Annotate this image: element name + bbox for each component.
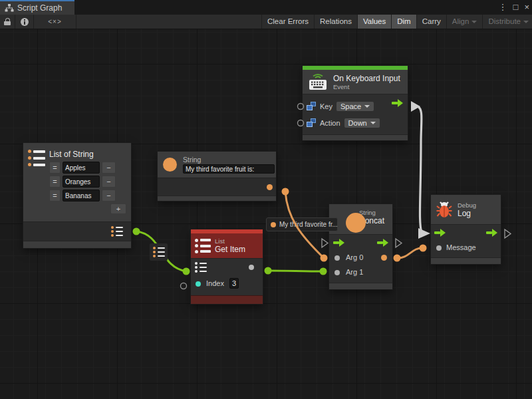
node-get-item[interactable]: List Get Item Index 3: [191, 229, 263, 304]
lock-button[interactable]: [0, 15, 15, 29]
title-bar: Script Graph ⋮ □ ×: [0, 0, 532, 15]
lock-icon: [4, 18, 11, 25]
node-footer: [23, 241, 131, 248]
flow-input-port[interactable]: [333, 239, 344, 247]
message-label: Message: [446, 243, 476, 251]
string-type-icon: [346, 213, 366, 233]
remove-item-button[interactable]: −: [102, 162, 116, 174]
bug-icon: [436, 200, 452, 219]
trigger-output-port[interactable]: [392, 99, 403, 107]
code-view-button[interactable]: <×>: [34, 15, 76, 29]
string-output-port[interactable]: [267, 184, 273, 190]
drag-handle[interactable]: =: [49, 162, 61, 174]
node-debug-log[interactable]: Debug Log Message: [431, 195, 501, 264]
list-input-row: [191, 258, 263, 276]
key-dropdown[interactable]: Space: [336, 102, 374, 111]
index-value-input[interactable]: 3: [229, 278, 239, 289]
chevron-down-icon: [370, 122, 376, 124]
node-footer: [158, 196, 276, 201]
arg0-row: Arg 0: [329, 251, 392, 265]
node-title: String: [183, 156, 275, 164]
tab-label: Script Graph: [17, 3, 62, 13]
node-title: On Keyboard Input: [333, 74, 400, 83]
result-output-port[interactable]: [381, 255, 387, 261]
node-title: List of String: [49, 150, 126, 159]
flow-input-port[interactable]: [434, 229, 446, 237]
dim-toggle[interactable]: Dim: [391, 15, 416, 29]
list-icon: [28, 150, 45, 166]
list-type-icon: [153, 247, 165, 257]
values-toggle[interactable]: Values: [357, 15, 391, 29]
action-variable-icon: [307, 118, 316, 127]
node-category: List: [215, 237, 245, 245]
node-title: Log: [458, 209, 476, 218]
distribute-dropdown[interactable]: Distribute: [482, 15, 532, 29]
node-category: Debug: [458, 201, 476, 209]
chevron-down-icon: [364, 105, 370, 108]
node-concat[interactable]: String Concat Arg 0 Arg 1: [329, 204, 392, 289]
string-type-icon: [163, 158, 177, 172]
message-row: Message: [431, 241, 501, 255]
list-item-input[interactable]: Oranges: [63, 176, 100, 188]
carry-toggle[interactable]: Carry: [416, 15, 446, 29]
list-item-input[interactable]: Apples: [63, 162, 100, 174]
node-string-literal[interactable]: String My third favorite fruit is:: [158, 152, 276, 201]
flow-output-port[interactable]: [377, 239, 388, 247]
error-footer: [191, 295, 263, 304]
flow-row: [329, 234, 392, 251]
action-dropdown[interactable]: Down: [344, 118, 380, 128]
graph-icon: [5, 4, 14, 12]
info-icon: [21, 18, 29, 26]
arg1-label: Arg 1: [346, 268, 363, 276]
list-item-row: = Apples −: [49, 162, 126, 174]
align-dropdown[interactable]: Align: [446, 15, 483, 29]
list-type-icon: [111, 226, 123, 237]
maximize-icon[interactable]: □: [513, 1, 519, 13]
tab-script-graph[interactable]: Script Graph: [0, 0, 74, 15]
node-category: String: [359, 209, 384, 216]
keyboard-icon: [308, 73, 328, 91]
flow-row: [431, 224, 501, 241]
string-value-input[interactable]: My third favorite fruit is:: [183, 164, 275, 174]
clear-errors-button[interactable]: Clear Errors: [261, 15, 314, 29]
node-list-of-string[interactable]: List of String = Apples − = Oranges − = …: [23, 143, 131, 248]
drag-handle[interactable]: =: [49, 190, 61, 201]
string-value-icon: [271, 222, 276, 227]
node-title: Get Item: [215, 245, 245, 254]
toolbar: <×> GameObject Zoom 1x Clear Errors Rela…: [0, 15, 532, 29]
message-input-port[interactable]: [436, 245, 442, 251]
wire-value-text: My third favorite fr...: [279, 221, 338, 228]
remove-item-button[interactable]: −: [102, 190, 116, 201]
node-subtitle: Event: [333, 83, 400, 90]
list-type-icon: [195, 262, 207, 273]
arg1-row: Arg 1: [329, 265, 392, 280]
key-label: Key: [320, 102, 332, 110]
add-item-button[interactable]: +: [110, 203, 126, 214]
list-item-row: = Bananas −: [49, 190, 126, 201]
node-footer: [303, 134, 408, 140]
info-button[interactable]: [15, 15, 34, 29]
node-footer: [431, 257, 501, 264]
result-output-port[interactable]: [249, 265, 254, 270]
window-menu-icon[interactable]: ⋮: [499, 1, 507, 13]
close-icon[interactable]: ×: [524, 1, 529, 13]
code-view-icon: <×>: [48, 18, 62, 25]
node-on-keyboard-input[interactable]: On Keyboard Input Event Key Space Action…: [303, 66, 408, 140]
wire-value-tooltip: My third favorite fr...: [266, 217, 338, 231]
action-label: Action: [320, 119, 340, 127]
relations-button[interactable]: Relations: [314, 15, 357, 29]
arg1-input-port[interactable]: [334, 270, 340, 275]
index-input-port[interactable]: [196, 281, 201, 287]
arg0-input-port[interactable]: [334, 255, 340, 261]
list-output-row: [23, 221, 131, 241]
key-variable-icon: [307, 102, 316, 110]
arg0-label: Arg 0: [346, 253, 363, 261]
wire-list-badge: [150, 243, 168, 261]
list-item-row: = Oranges −: [49, 176, 126, 188]
list-item-input[interactable]: Bananas: [63, 190, 100, 201]
list-icon: [195, 239, 211, 253]
remove-item-button[interactable]: −: [102, 176, 116, 188]
chevron-down-icon: [523, 21, 529, 23]
flow-output-port[interactable]: [486, 229, 497, 237]
drag-handle[interactable]: =: [49, 176, 61, 188]
